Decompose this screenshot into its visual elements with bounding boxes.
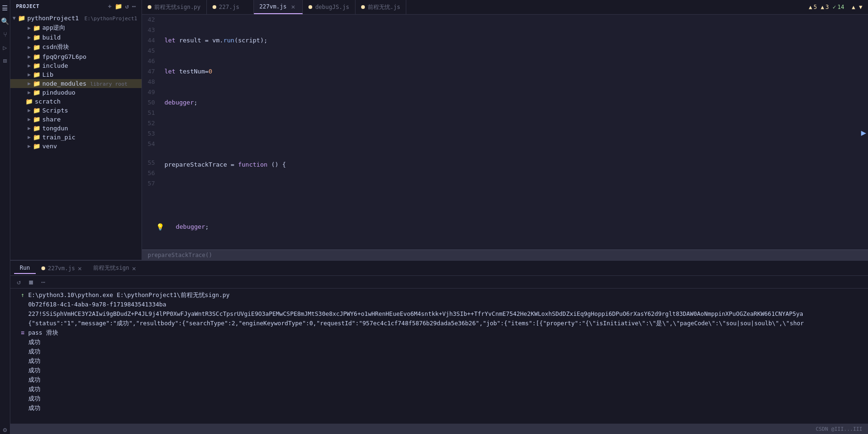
console-text-ok2: 成功 [28, 347, 864, 356]
sidebar-item-build[interactable]: ▶ 📁 build [10, 33, 142, 42]
console-line-ok7: 成功 [10, 394, 868, 403]
close-tab-qianchen[interactable]: ✕ [132, 265, 136, 272]
warning-icon: ▲ [809, 4, 812, 10]
tab-qianchen-js[interactable]: 前程无忧.js [355, 0, 407, 14]
file-tree: ▼ 📁 pythonProject1 E:\pythonProject1 ▶ 📁… [10, 13, 142, 260]
bottom-tab-qianchen[interactable]: 前程无忧sign ✕ [87, 262, 142, 274]
tab-label-227vm: 227vm.js [260, 3, 287, 10]
console-text-4: {"status":"1","message":"成功","resultbody… [28, 319, 864, 328]
extensions-icon[interactable]: ⊞ [1, 56, 9, 65]
item-label-build: build [42, 34, 142, 41]
tab-dot-warning [148, 5, 151, 9]
folder-icon-tongdun: 📁 [33, 125, 40, 132]
console-line-pass: ≡ pass 滑块 [10, 328, 868, 338]
settings-icon[interactable]: ⚙ [1, 426, 9, 434]
sidebar-item-include[interactable]: ▶ 📁 include [10, 61, 142, 70]
sidebar-item-app[interactable]: ▶ 📁 app逆向 [10, 23, 142, 33]
file-sidebar: Project + 📁 ↺ ⋯ ▼ 📁 pythonProject1 E:\py… [10, 0, 142, 260]
search-icon[interactable]: 🔍 [1, 17, 9, 25]
code-line-43: let testNum=0 [165, 66, 864, 77]
run-tab-dot-227vm [41, 266, 45, 270]
code-line-46: prepareStackTrace = function () { [165, 160, 864, 170]
folder-icon-fpq: 📁 [33, 53, 40, 60]
sidebar-item-scripts[interactable]: ▶ 📁 Scripts [10, 106, 142, 115]
error-icon: ▲ [821, 4, 824, 10]
arrow-pinduoduo: ▶ [25, 89, 33, 96]
arrow-train: ▶ [25, 134, 33, 140]
console-gutter-filter: ≡ [14, 328, 28, 338]
item-label-csdn: csdn滑块 [42, 43, 142, 51]
editor-pane: 前程无忧sign.py 227.js 227vm.js ✕ debugJS.js… [142, 0, 868, 260]
sidebar-item-pinduoduo[interactable]: ▶ 📁 pinduoduo [10, 88, 142, 97]
scroll-right-indicator: ▶ [861, 127, 866, 137]
sidebar-item-lib[interactable]: ▶ 📁 Lib [10, 70, 142, 79]
item-label-fpq: fpqQrgG7L6po [42, 53, 142, 60]
tab-debugjs[interactable]: debugJS.js [303, 0, 355, 14]
folder-icon-venv: 📁 [33, 143, 40, 150]
folder-icon-lib: 📁 [33, 71, 40, 78]
console-line-ok5: 成功 [10, 375, 868, 385]
sidebar-item-csdn[interactable]: ▶ 📁 csdn滑块 [10, 42, 142, 52]
collapse-icon[interactable]: ⋯ [132, 3, 136, 10]
console-output: ↑ E:\python3.10\python.exe E:\pythonProj… [10, 289, 868, 424]
debug-icon[interactable]: ▷ [1, 43, 9, 52]
item-label-pinduoduo: pinduoduo [42, 89, 142, 96]
console-text-ok1: 成功 [28, 338, 864, 347]
unfold-icon[interactable]: ▼ [859, 4, 862, 10]
folder-icon-include: 📁 [33, 62, 40, 69]
sidebar-item-train[interactable]: ▶ 📁 train_pic [10, 133, 142, 142]
sidebar-item-share[interactable]: ▶ 📁 share [10, 115, 142, 124]
tab-227js[interactable]: 227.js [207, 0, 254, 14]
main-container: Project + 📁 ↺ ⋯ ▼ 📁 pythonProject1 E:\py… [10, 0, 868, 434]
git-icon[interactable]: ⑂ [1, 30, 9, 39]
status-warnings: ▲ 5 [809, 4, 817, 10]
restart-btn[interactable]: ↺ [14, 277, 24, 287]
tree-root[interactable]: ▼ 📁 pythonProject1 E:\pythonProject1 [10, 14, 142, 23]
item-label-lib: Lib [42, 71, 142, 78]
status-ok: ✓ 14 [833, 4, 844, 10]
console-line-1: ↑ E:\python3.10\python.exe E:\pythonProj… [10, 290, 868, 300]
tab-227vm[interactable]: 227vm.js ✕ [254, 0, 303, 14]
fold-icon[interactable]: ▲ [852, 4, 855, 10]
sidebar-item-scratch[interactable]: 📁 scratch [10, 97, 142, 106]
tab-close-227vm[interactable]: ✕ [289, 3, 297, 10]
bottom-tab-227vm[interactable]: 227vm.js ✕ [36, 263, 87, 274]
activity-bar: ☰ 🔍 ⑂ ▷ ⊞ ⚙ [0, 0, 10, 434]
bottom-tab-run[interactable]: Run [14, 263, 36, 274]
tab-qianchen-sign[interactable]: 前程无忧sign.py [142, 0, 207, 14]
new-folder-icon[interactable]: 📁 [115, 3, 123, 10]
code-line-45 [165, 129, 864, 139]
error-count: 3 [826, 4, 829, 10]
code-line-42: let result = vm.run(script); [165, 35, 864, 46]
arrow-include: ▶ [25, 63, 33, 69]
folder-icon-scripts: 📁 [33, 107, 40, 114]
item-label-venv: venv [42, 143, 142, 150]
console-line-ok3: 成功 [10, 356, 868, 366]
console-text-ok8: 成功 [28, 403, 864, 413]
arrow-fpq: ▶ [25, 54, 33, 60]
more-btn[interactable]: ⋯ [39, 277, 48, 287]
folder-icon-node-modules: 📁 [33, 80, 40, 87]
close-tab-227vm[interactable]: ✕ [78, 265, 81, 272]
console-text-ok7: 成功 [28, 394, 864, 403]
console-text-pass: pass 滑块 [28, 328, 864, 338]
console-text-ok5: 成功 [28, 375, 864, 385]
refresh-icon[interactable]: ↺ [125, 3, 129, 10]
console-line-3: 227!SSiSphVmHCE3Y2AIwi9gBDudZ+P4JL9j4lPP… [10, 309, 868, 319]
tab-bar-status: ▲ 5 ▲ 3 ✓ 14 ▲ ▼ [803, 0, 868, 14]
sidebar-item-node-modules[interactable]: ▶ 📁 node_modules library root [10, 79, 142, 88]
stop-btn[interactable]: ■ [26, 277, 36, 287]
sidebar-item-fpq[interactable]: ▶ 📁 fpqQrgG7L6po [10, 52, 142, 61]
new-file-icon[interactable]: + [108, 3, 112, 10]
tab-label-227: 227.js [219, 4, 239, 10]
tab-label-qianchen-js: 前程无忧.js [368, 3, 401, 11]
sidebar-item-venv[interactable]: ▶ 📁 venv [10, 142, 142, 151]
tab-bar: 前程无忧sign.py 227.js 227vm.js ✕ debugJS.js… [142, 0, 868, 15]
arrow-app: ▶ [25, 25, 33, 31]
explorer-icon[interactable]: ☰ [1, 4, 9, 12]
folder-icon-share: 📁 [33, 116, 40, 123]
code-editor[interactable]: 42 43 44 45 46 47 48 49 50 51 52 53 54 5… [142, 15, 868, 249]
arrow-scripts: ▶ [25, 107, 33, 113]
item-label-train: train_pic [42, 134, 142, 141]
sidebar-item-tongdun[interactable]: ▶ 📁 tongdun [10, 124, 142, 133]
